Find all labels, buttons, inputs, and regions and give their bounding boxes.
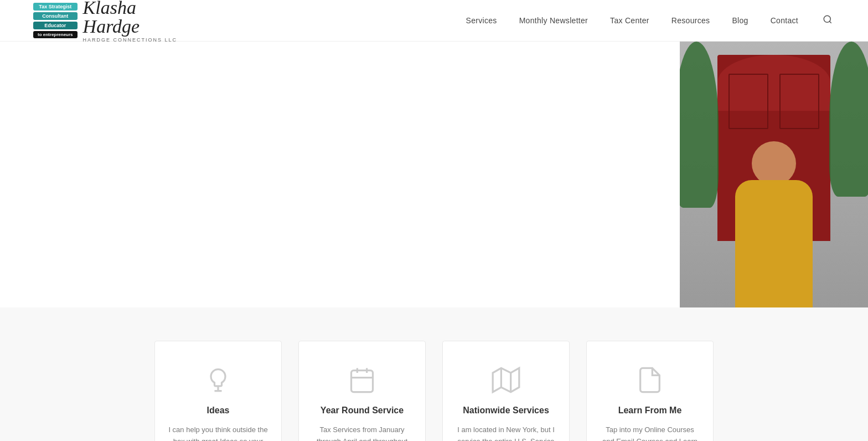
badge-educator: Educator <box>33 22 78 29</box>
logo-name: KlashaHardge <box>83 0 178 36</box>
search-icon <box>823 14 833 24</box>
nav-tax-center[interactable]: Tax Center <box>610 16 649 25</box>
svg-rect-3 <box>352 371 373 392</box>
main-content: Ideas I can help you think outside the b… <box>0 42 868 441</box>
svg-line-1 <box>829 21 831 23</box>
main-nav: Services Monthly Newsletter Tax Center R… <box>466 12 835 29</box>
document-icon-wrapper <box>633 363 666 397</box>
card-learn-desc: Tap into my Online Courses and Email Cou… <box>600 424 700 441</box>
card-nationwide-desc: I am located in New York, but I service … <box>456 424 556 441</box>
badge-strategist: Tax Strategist <box>33 3 78 11</box>
card-nationwide-title: Nationwide Services <box>463 406 549 416</box>
nav-newsletter[interactable]: Monthly Newsletter <box>519 16 588 25</box>
badge-entrepreneurs: to entrepreneurs <box>33 31 78 38</box>
hero-text <box>0 42 680 307</box>
ideas-icon <box>202 363 235 397</box>
cards-section: Ideas I can help you think outside the b… <box>0 307 868 441</box>
greenery-right <box>829 42 868 197</box>
badge-consultant: Consultant <box>33 12 78 20</box>
person-figure <box>719 141 829 307</box>
search-button[interactable] <box>820 12 835 29</box>
map-icon-wrapper <box>489 363 523 397</box>
calendar-icon <box>348 366 376 394</box>
logo-area: Tax Strategist Consultant Educator to en… <box>33 0 177 43</box>
door-panel-top-right <box>779 74 819 130</box>
site-header: Tax Strategist Consultant Educator to en… <box>0 0 868 42</box>
card-ideas: Ideas I can help you think outside the b… <box>154 341 282 441</box>
svg-marker-7 <box>493 368 519 392</box>
logo-name-block: KlashaHardge HARDGE CONNECTIONS LLC <box>83 0 178 43</box>
card-nationwide: Nationwide Services I am located in New … <box>442 341 570 441</box>
card-year-round-desc: Tax Services from January through April … <box>312 424 412 441</box>
nav-services[interactable]: Services <box>466 16 497 25</box>
nav-resources[interactable]: Resources <box>671 16 710 25</box>
hero-photo <box>680 42 868 307</box>
card-learn-title: Learn From Me <box>618 406 682 416</box>
map-icon <box>492 366 520 394</box>
card-year-round-title: Year Round Service <box>321 406 404 416</box>
logo-badges: Tax Strategist Consultant Educator to en… <box>33 3 78 38</box>
logo-subtitle: HARDGE CONNECTIONS LLC <box>83 37 178 43</box>
document-icon <box>636 366 664 394</box>
door-panel-top-left <box>728 74 768 130</box>
nav-blog[interactable]: Blog <box>732 16 748 25</box>
hero-section <box>0 42 868 307</box>
person-body <box>735 180 813 307</box>
card-ideas-title: Ideas <box>207 406 230 416</box>
card-year-round: Year Round Service Tax Services from Jan… <box>298 341 426 441</box>
calendar-icon-wrapper <box>345 363 379 397</box>
card-learn: Learn From Me Tap into my Online Courses… <box>586 341 714 441</box>
card-ideas-desc: I can help you think outside the box wit… <box>168 424 268 441</box>
svg-point-0 <box>824 16 830 22</box>
lightbulb-icon <box>204 366 232 394</box>
nav-contact[interactable]: Contact <box>771 16 798 25</box>
person-head <box>752 141 796 186</box>
